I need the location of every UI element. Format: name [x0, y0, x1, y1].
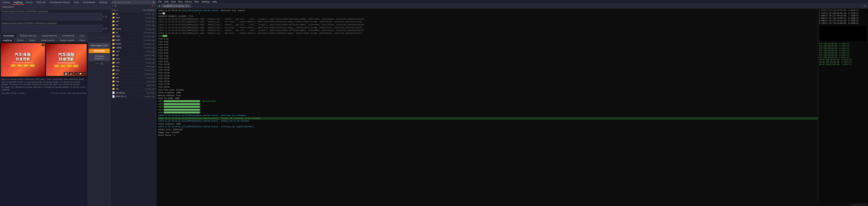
list-item[interactable]: 📁boot 3 years ago	[111, 16, 156, 20]
tab-txt2img[interactable]: txt2img	[1, 0, 11, 5]
terminal-plus-icon[interactable]: ⊕	[158, 4, 161, 8]
log-line: [2023-11-26 09:40:43,848][DEBUG][git.cmd…	[158, 18, 866, 21]
log-line: Canvas size: 1984x1387	[158, 129, 866, 131]
list-item[interactable]: 📁opt 5 months ago	[111, 54, 156, 57]
list-item[interactable]: 📁root 2 hours ago	[111, 61, 156, 65]
arrow-icon[interactable]: →	[98, 62, 100, 65]
list-item[interactable]: 📁media 5 months ago	[111, 46, 156, 49]
tab-settings[interactable]: Settings	[97, 0, 109, 5]
menu-tabs[interactable]: Tabs	[194, 0, 199, 3]
menu-kernel[interactable]: Kernel	[185, 0, 192, 3]
log-line: Tile 8/18	[158, 58, 866, 60]
folder-icon: 📁	[112, 61, 115, 64]
list-item[interactable]: 📁usr 3 days ago	[111, 83, 156, 87]
log-line: 12%|██ |	[158, 12, 866, 15]
file-refresh-button[interactable]: ↻	[152, 1, 155, 4]
tab-inpaint[interactable]: Inpaint	[27, 38, 38, 42]
interrogate-deepbooru-button[interactable]: Interrogate DeepBooru	[89, 54, 110, 61]
tab-checkpoints-mode[interactable]: Checkpoints	[60, 34, 77, 37]
tab-train[interactable]: Train	[72, 0, 81, 5]
list-item[interactable]: 📄get-pip.py last month	[111, 91, 156, 95]
scissors-icon[interactable]: ✂	[96, 62, 98, 65]
folder-icon: 📁	[112, 69, 115, 71]
log-line: [2023-11-26 09:40:43,855][DEBUG][git.cmd…	[158, 24, 866, 26]
tab-extensions[interactable]: Extensions	[1, 5, 16, 9]
list-item[interactable]: 📁sbin 5 months ago	[111, 68, 156, 72]
list-item[interactable]: 📁proc 2 hours ago	[111, 57, 156, 61]
tab-hypernetworks[interactable]: Hypernetworks	[39, 34, 59, 37]
tab-batch[interactable]: Batch	[77, 38, 87, 42]
generate-button[interactable]: Generate	[89, 48, 110, 53]
info-image-button[interactable]: ℹ	[83, 72, 86, 75]
menu-file[interactable]: File	[158, 0, 162, 3]
tab-img2img-mode[interactable]: img2img	[1, 38, 14, 42]
time-taken-label: Time taken: 40 min. 21.3sec.	[1, 92, 25, 94]
tab-textual-inversion[interactable]: Textual Inversion	[17, 34, 39, 37]
tab-generation[interactable]: Generation	[1, 34, 17, 37]
terminal-header: ⊕ root@VM-0-13-ubuntu ~N × − ✕	[156, 4, 868, 8]
list-item[interactable]: 📁libx32 5 months ago	[111, 42, 156, 46]
tab-inpaint-upload[interactable]: Inpaint upload	[58, 38, 76, 42]
terminal-minimize-icon[interactable]: −	[861, 4, 863, 8]
menu-settings[interactable]: Settings	[202, 0, 210, 3]
list-item[interactable]: 📁bin 5 months ago	[111, 12, 156, 16]
tab-lora[interactable]: Lora	[78, 34, 87, 37]
list-item[interactable]: 📁mnt 2 hours ago	[111, 49, 156, 54]
log-line: [2023-11-26 10:20:01,427][INFO][modules.…	[158, 117, 866, 120]
list-item[interactable]: 📁var 22 days ago	[111, 87, 156, 91]
negative-prompt-val: 0.75	[103, 28, 109, 30]
log-line: Tile file size: 512x512	[158, 89, 866, 92]
menu-edit[interactable]: Edit	[164, 0, 168, 3]
list-item[interactable]: 📁lib64 5 months ago	[111, 38, 156, 42]
file-name: tmp	[116, 80, 119, 82]
terminal-body[interactable]: [2023-11-26 09:40:38,371][INFO][modules.…	[156, 8, 868, 203]
tab-dreambooth[interactable]: Dreambooth	[81, 0, 97, 5]
terminal-close-icon[interactable]: ✕	[864, 4, 866, 8]
list-item[interactable]: 📁sys 2 hours ago	[111, 76, 156, 80]
positive-prompt-input[interactable]	[2, 13, 102, 21]
terminal-menu-bar: File Edit View Run Kernel Tabs Settings …	[156, 0, 868, 4]
folder-image-button[interactable]: 📁	[78, 72, 83, 75]
file-modified: 3 years ago	[145, 28, 155, 30]
file-filter-input[interactable]	[112, 1, 151, 4]
zip-image-button[interactable]: 🗂	[74, 72, 78, 75]
folder-icon: 📁	[112, 42, 115, 45]
file-name: usr	[116, 84, 119, 86]
save-image-button[interactable]: 💾	[64, 72, 68, 75]
tab-png-info[interactable]: PNG Info	[35, 0, 48, 5]
list-item[interactable]: 📁lib32 5 months ago	[111, 35, 156, 38]
log-line: Scale factor: 3	[158, 134, 866, 137]
list-item[interactable]: 📁dev 2 hours ago	[111, 20, 156, 23]
terminal-tab-label[interactable]: root@VM-0-13-ubuntu ~N ×	[161, 4, 191, 8]
tab-inpaint-sketch[interactable]: Inpaint sketch	[38, 38, 57, 42]
stats-header: 1.97M/17.1M [04:45<53:00, 4.98kB/s]	[819, 9, 867, 11]
list-item[interactable]: 📁tmp 1 hour ago	[111, 80, 156, 83]
cross-icon: ✕	[151, 5, 153, 7]
file-name: root	[116, 62, 119, 64]
tab-extras[interactable]: Extras	[24, 0, 34, 5]
menu-view[interactable]: View	[171, 0, 176, 3]
negative-prompt-input[interactable]	[2, 25, 102, 32]
folder-icon: 📁	[112, 73, 115, 75]
positive-prompt-val: 0.75	[103, 15, 109, 18]
menu-run[interactable]: Run	[178, 0, 182, 3]
list-item[interactable]: 📄NGC-DL-C... 5 months ago	[111, 95, 156, 98]
file-name: libx32	[116, 43, 121, 45]
list-item[interactable]: 📁lib 5 months ago	[111, 31, 156, 35]
interrogate-clip-button[interactable]: Interrogate CLIP	[89, 43, 110, 48]
send-image-button[interactable]: 📤	[69, 72, 73, 75]
folder-icon: 📁	[112, 28, 115, 30]
list-item[interactable]: 📁etc 2 hours ago	[111, 23, 156, 27]
file-modified: 5 months ago	[144, 32, 155, 34]
list-item[interactable]: 📁home 3 years ago	[111, 27, 156, 31]
log-line: Tile 10/18	[158, 63, 866, 66]
list-item[interactable]: 📁srv 5 months ago	[111, 72, 156, 76]
list-item[interactable]: 📁run 2 hours ago	[111, 65, 156, 68]
tab-img2img[interactable]: img2img	[12, 0, 24, 5]
tab-checkpoints[interactable]: Checkpoints Merger	[48, 0, 71, 5]
expand-icon[interactable]: ⊞	[101, 62, 103, 65]
tab-sketch[interactable]: Sketch	[14, 38, 26, 42]
menu-help[interactable]: Help	[212, 0, 217, 3]
log-line: 100%|████████████████████████████████|	[158, 111, 866, 114]
folder-icon: 📁	[112, 50, 115, 53]
